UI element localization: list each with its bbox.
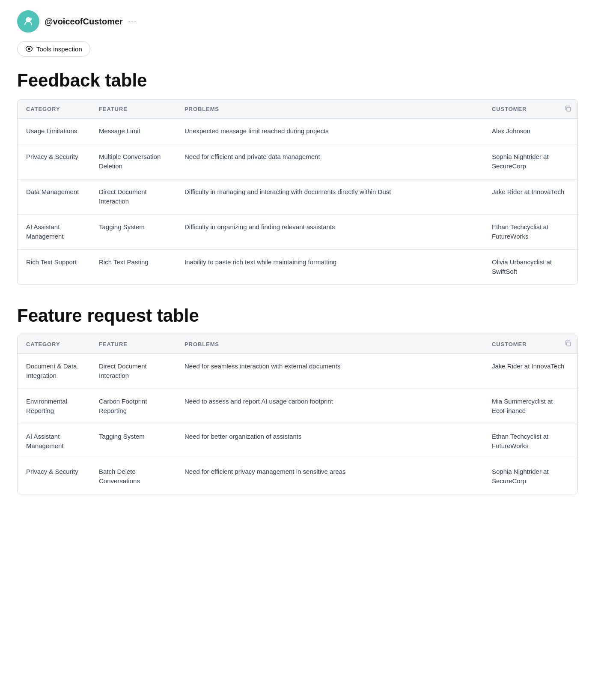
svg-point-2 bbox=[28, 48, 30, 50]
copy-icon[interactable] bbox=[565, 105, 571, 113]
tools-inspection-button[interactable]: Tools inspection bbox=[17, 41, 90, 57]
fr-col-customer: CUSTOMER bbox=[483, 335, 577, 354]
fr-customer-1: Mia Summercyclist at EcoFinance bbox=[483, 389, 577, 424]
feedback-feature-0: Message Limit bbox=[90, 119, 176, 144]
feedback-col-problems: PROBLEMS bbox=[176, 100, 483, 119]
feature-request-table-wrapper: CATEGORY FEATURE PROBLEMS CUSTOMER Docum… bbox=[17, 335, 578, 494]
feedback-category-3: AI Assistant Management bbox=[18, 214, 90, 249]
fr-category-0: Document & Data Integration bbox=[18, 353, 90, 389]
feedback-problems-2: Difficulty in managing and interacting w… bbox=[176, 179, 483, 214]
feedback-customer-2: Jake Rider at InnovaTech bbox=[483, 179, 577, 214]
eye-icon bbox=[25, 45, 33, 53]
fr-feature-1: Carbon Footprint Reporting bbox=[90, 389, 176, 424]
fr-problems-0: Need for seamless interaction with exter… bbox=[176, 353, 483, 389]
avatar bbox=[17, 10, 39, 33]
feedback-category-0: Usage Limitations bbox=[18, 119, 90, 144]
feedback-feature-3: Tagging System bbox=[90, 214, 176, 249]
feedback-customer-3: Ethan Techcyclist at FutureWorks bbox=[483, 214, 577, 249]
fr-feature-3: Batch Delete Conversations bbox=[90, 459, 176, 494]
svg-rect-3 bbox=[567, 107, 571, 111]
feedback-table: CATEGORY FEATURE PROBLEMS CUSTOMER Usage… bbox=[18, 100, 577, 284]
copy-icon-fr[interactable] bbox=[565, 340, 571, 348]
username-label: @voiceofCustomer bbox=[45, 17, 123, 27]
table-row: Rich Text Support Rich Text Pasting Inab… bbox=[18, 249, 577, 284]
feedback-col-category: CATEGORY bbox=[18, 100, 90, 119]
feature-request-table-title: Feature request table bbox=[17, 305, 578, 326]
fr-feature-2: Tagging System bbox=[90, 424, 176, 459]
fr-category-1: Environmental Reporting bbox=[18, 389, 90, 424]
fr-col-feature: FEATURE bbox=[90, 335, 176, 354]
fr-category-3: Privacy & Security bbox=[18, 459, 90, 494]
feedback-feature-2: Direct Document Interaction bbox=[90, 179, 176, 214]
table-row: Environmental Reporting Carbon Footprint… bbox=[18, 389, 577, 424]
feedback-customer-1: Sophia Nightrider at SecureCorp bbox=[483, 144, 577, 179]
feature-request-header-row: CATEGORY FEATURE PROBLEMS CUSTOMER bbox=[18, 335, 577, 354]
fr-col-problems: PROBLEMS bbox=[176, 335, 483, 354]
fr-problems-2: Need for better organization of assistan… bbox=[176, 424, 483, 459]
feedback-problems-1: Need for efficient and private data mana… bbox=[176, 144, 483, 179]
fr-category-2: AI Assistant Management bbox=[18, 424, 90, 459]
feedback-customer-0: Alex Johnson bbox=[483, 119, 577, 144]
table-row: Data Management Direct Document Interact… bbox=[18, 179, 577, 214]
feedback-category-2: Data Management bbox=[18, 179, 90, 214]
fr-customer-0: Jake Rider at InnovaTech bbox=[483, 353, 577, 389]
feedback-feature-1: Multiple Conversation Deletion bbox=[90, 144, 176, 179]
feedback-customer-4: Olivia Urbancyclist at SwiftSoft bbox=[483, 249, 577, 284]
svg-rect-4 bbox=[567, 342, 571, 346]
table-row: Privacy & Security Batch Delete Conversa… bbox=[18, 459, 577, 494]
table-row: AI Assistant Management Tagging System N… bbox=[18, 424, 577, 459]
more-options-button[interactable]: ··· bbox=[128, 17, 137, 26]
feedback-problems-0: Unexpected message limit reached during … bbox=[176, 119, 483, 144]
feedback-table-title: Feedback table bbox=[17, 70, 578, 91]
fr-problems-3: Need for efficient privacy management in… bbox=[176, 459, 483, 494]
feature-request-table: CATEGORY FEATURE PROBLEMS CUSTOMER Docum… bbox=[18, 335, 577, 494]
fr-customer-2: Ethan Techcyclist at FutureWorks bbox=[483, 424, 577, 459]
fr-customer-3: Sophia Nightrider at SecureCorp bbox=[483, 459, 577, 494]
feedback-table-header-row: CATEGORY FEATURE PROBLEMS CUSTOMER bbox=[18, 100, 577, 119]
svg-point-1 bbox=[30, 18, 32, 20]
feedback-category-4: Rich Text Support bbox=[18, 249, 90, 284]
feedback-col-customer: CUSTOMER bbox=[483, 100, 577, 119]
table-row: Privacy & Security Multiple Conversation… bbox=[18, 144, 577, 179]
table-row: Document & Data Integration Direct Docum… bbox=[18, 353, 577, 389]
table-row: AI Assistant Management Tagging System D… bbox=[18, 214, 577, 249]
feedback-problems-3: Difficulty in organizing and finding rel… bbox=[176, 214, 483, 249]
feedback-col-feature: FEATURE bbox=[90, 100, 176, 119]
table-row: Usage Limitations Message Limit Unexpect… bbox=[18, 119, 577, 144]
app-header: @voiceofCustomer ··· bbox=[17, 10, 578, 33]
fr-problems-1: Need to assess and report AI usage carbo… bbox=[176, 389, 483, 424]
feedback-problems-4: Inability to paste rich text while maint… bbox=[176, 249, 483, 284]
feedback-table-wrapper: CATEGORY FEATURE PROBLEMS CUSTOMER Usage… bbox=[17, 99, 578, 285]
feedback-category-1: Privacy & Security bbox=[18, 144, 90, 179]
tools-inspection-label: Tools inspection bbox=[36, 45, 82, 53]
fr-col-category: CATEGORY bbox=[18, 335, 90, 354]
fr-feature-0: Direct Document Interaction bbox=[90, 353, 176, 389]
feedback-feature-4: Rich Text Pasting bbox=[90, 249, 176, 284]
